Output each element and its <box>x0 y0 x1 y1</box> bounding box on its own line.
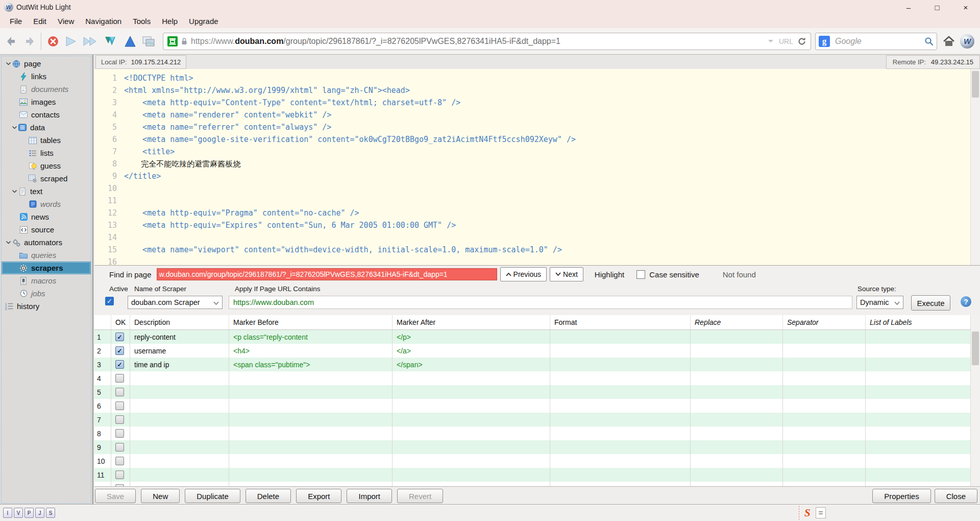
status-toggle-v[interactable]: V <box>14 508 23 518</box>
description-cell[interactable] <box>130 413 229 427</box>
table-row[interactable]: 2✓username<h4></a> <box>94 344 980 358</box>
checkbox-unchecked-icon[interactable] <box>115 429 124 438</box>
table-row[interactable]: 12 <box>94 482 980 486</box>
format-cell[interactable] <box>550 427 691 440</box>
table-row[interactable]: 7 <box>94 413 980 427</box>
find-next-button[interactable]: Next <box>550 267 583 281</box>
ok-checkbox[interactable]: ✓ <box>111 358 130 371</box>
checkbox-unchecked-icon[interactable] <box>115 374 124 383</box>
description-cell[interactable] <box>130 399 229 413</box>
labels-cell[interactable] <box>866 358 980 371</box>
status-toggle-j[interactable]: J <box>35 508 44 518</box>
sidebar-item-contacts[interactable]: contacts <box>2 108 91 121</box>
separator-cell[interactable] <box>783 427 866 440</box>
labels-cell[interactable] <box>866 440 980 454</box>
url-dropdown-icon[interactable] <box>768 39 774 43</box>
checkbox-checked-icon[interactable]: ✓ <box>115 333 124 341</box>
ok-checkbox[interactable] <box>111 399 130 413</box>
outwit-logo-icon[interactable]: W <box>960 34 974 49</box>
sidebar-item-news[interactable]: news <box>2 210 91 223</box>
active-checkbox[interactable]: ✓ <box>105 297 114 305</box>
ok-checkbox[interactable] <box>111 427 130 440</box>
search-input[interactable] <box>834 36 924 46</box>
marker-before-cell[interactable] <box>229 440 393 454</box>
close-button[interactable]: × <box>951 0 980 14</box>
outwit-catch-icon[interactable] <box>104 35 118 48</box>
marker-after-cell[interactable] <box>393 440 550 454</box>
separator-cell[interactable] <box>783 344 866 358</box>
column-header-marker-before[interactable]: Marker Before <box>229 315 393 329</box>
source-view[interactable]: 1<!DOCTYPE html>2<html xmlns="http://www… <box>94 69 980 265</box>
format-cell[interactable] <box>550 482 691 486</box>
marker-before-cell[interactable] <box>229 413 393 427</box>
description-cell[interactable]: time and ip <box>130 358 229 371</box>
table-row[interactable]: 3✓time and ip<span class="pubtime"></spa… <box>94 358 980 371</box>
labels-cell[interactable] <box>866 427 980 440</box>
menu-help[interactable]: Help <box>156 16 183 27</box>
separator-cell[interactable] <box>783 440 866 454</box>
minimize-button[interactable]: – <box>894 0 923 14</box>
table-row[interactable]: 11 <box>94 468 980 482</box>
source-type-select[interactable]: Dynamic <box>856 296 903 309</box>
expander-icon[interactable] <box>5 61 12 66</box>
separator-cell[interactable] <box>783 385 866 399</box>
scraper-name-select[interactable]: douban.com Scraper <box>128 296 223 309</box>
column-header-marker-after[interactable]: Marker After <box>393 315 550 329</box>
home-icon[interactable] <box>943 36 955 47</box>
marker-before-cell[interactable]: <p class="reply-content <box>229 330 393 344</box>
description-cell[interactable]: reply-content <box>130 330 229 344</box>
stop-icon[interactable] <box>47 35 59 48</box>
ok-checkbox[interactable] <box>111 413 130 427</box>
sidebar-item-macros[interactable]: macros <box>2 274 91 287</box>
menu-upgrade[interactable]: Upgrade <box>183 16 224 27</box>
replace-cell[interactable] <box>691 399 783 413</box>
marker-after-cell[interactable]: </span> <box>393 358 550 371</box>
apply-url-field[interactable]: https://www.douban.com <box>229 296 852 309</box>
table-scrollbar-thumb[interactable] <box>972 331 979 365</box>
marker-before-cell[interactable] <box>229 454 393 468</box>
checkbox-unchecked-icon[interactable] <box>115 415 124 424</box>
marker-after-cell[interactable] <box>393 413 550 427</box>
marker-before-cell[interactable] <box>229 427 393 440</box>
labels-cell[interactable] <box>866 482 980 486</box>
revert-button[interactable]: Revert <box>397 489 443 503</box>
menu-tools[interactable]: Tools <box>127 16 156 27</box>
separator-cell[interactable] <box>783 330 866 344</box>
ok-checkbox[interactable] <box>111 440 130 454</box>
fast-run-icon[interactable] <box>83 35 99 48</box>
export-button[interactable]: Export <box>296 489 341 503</box>
marker-after-cell[interactable]: </p> <box>393 330 550 344</box>
status-toggle-i[interactable]: I <box>3 508 12 518</box>
sidebar-item-page[interactable]: page <box>2 57 91 70</box>
reload-icon[interactable] <box>797 37 806 46</box>
ok-checkbox[interactable] <box>111 454 130 468</box>
labels-cell[interactable] <box>866 413 980 427</box>
format-cell[interactable] <box>550 468 691 482</box>
replace-cell[interactable] <box>691 371 783 385</box>
find-previous-button[interactable]: Previous <box>500 267 547 281</box>
replace-cell[interactable] <box>691 427 783 440</box>
marker-after-cell[interactable] <box>393 482 550 486</box>
ok-checkbox[interactable] <box>111 468 130 482</box>
status-toggle-p[interactable]: P <box>24 508 34 518</box>
replace-cell[interactable] <box>691 358 783 371</box>
status-toggle-s[interactable]: S <box>46 508 55 518</box>
expander-icon[interactable] <box>11 188 18 194</box>
marker-before-cell[interactable]: <span class="pubtime"> <box>229 358 393 371</box>
description-cell[interactable] <box>130 385 229 399</box>
menu-edit[interactable]: Edit <box>28 16 52 27</box>
marker-before-cell[interactable] <box>229 482 393 486</box>
help-icon[interactable]: ? <box>961 296 971 307</box>
maximize-button[interactable]: □ <box>923 0 951 14</box>
checkbox-unchecked-icon[interactable] <box>115 457 124 465</box>
column-header-format[interactable]: Format <box>550 315 691 329</box>
sidebar-item-jobs[interactable]: jobs <box>2 287 91 300</box>
source-scrollbar-thumb[interactable] <box>972 71 979 98</box>
replace-cell[interactable] <box>691 440 783 454</box>
checkbox-checked-icon[interactable]: ✓ <box>115 346 124 355</box>
table-row[interactable]: 10 <box>94 454 980 468</box>
sidebar-item-scraped[interactable]: scraped <box>2 172 91 185</box>
sidebar-item-images[interactable]: images <box>2 96 91 108</box>
sidebar-item-lists[interactable]: lists <box>2 147 91 159</box>
marker-after-cell[interactable] <box>393 454 550 468</box>
